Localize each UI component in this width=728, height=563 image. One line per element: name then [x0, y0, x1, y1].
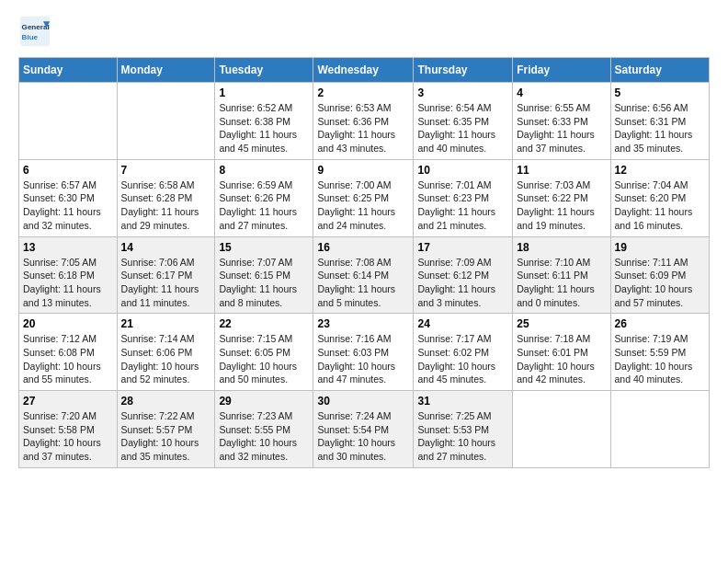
day-number: 6	[23, 164, 113, 177]
calendar-cell: 13Sunrise: 7:05 AM Sunset: 6:18 PM Dayli…	[19, 236, 118, 314]
calendar-cell	[513, 391, 610, 468]
calendar-cell: 23Sunrise: 7:16 AM Sunset: 6:03 PM Dayli…	[313, 314, 414, 391]
logo: General Blue	[18, 15, 55, 48]
calendar-cell: 25Sunrise: 7:18 AM Sunset: 6:01 PM Dayli…	[513, 314, 610, 391]
day-info: Sunrise: 7:07 AM Sunset: 6:15 PM Dayligh…	[219, 256, 309, 310]
svg-text:Blue: Blue	[22, 33, 39, 41]
calendar-week-row: 6Sunrise: 6:57 AM Sunset: 6:30 PM Daylig…	[19, 159, 710, 236]
day-info: Sunrise: 7:05 AM Sunset: 6:18 PM Dayligh…	[23, 256, 113, 310]
day-info: Sunrise: 6:59 AM Sunset: 6:26 PM Dayligh…	[219, 178, 309, 233]
weekday-header: Tuesday	[215, 58, 313, 83]
calendar-week-row: 13Sunrise: 7:05 AM Sunset: 6:18 PM Dayli…	[19, 236, 710, 314]
day-info: Sunrise: 7:23 AM Sunset: 5:55 PM Dayligh…	[219, 409, 309, 464]
day-info: Sunrise: 7:03 AM Sunset: 6:22 PM Dayligh…	[517, 178, 606, 233]
day-info: Sunrise: 6:52 AM Sunset: 6:38 PM Dayligh…	[219, 101, 309, 155]
day-number: 21	[121, 317, 211, 330]
calendar-cell: 16Sunrise: 7:08 AM Sunset: 6:14 PM Dayli…	[313, 236, 414, 314]
calendar-cell: 2Sunrise: 6:53 AM Sunset: 6:36 PM Daylig…	[313, 83, 414, 160]
day-number: 4	[517, 86, 606, 99]
day-info: Sunrise: 7:09 AM Sunset: 6:12 PM Dayligh…	[417, 256, 508, 310]
day-info: Sunrise: 6:57 AM Sunset: 6:30 PM Dayligh…	[23, 178, 113, 233]
day-number: 31	[417, 395, 508, 408]
page: General Blue SundayMondayTuesdayWednesda…	[0, 0, 728, 483]
day-info: Sunrise: 6:55 AM Sunset: 6:33 PM Dayligh…	[517, 101, 606, 155]
day-number: 3	[417, 86, 508, 99]
day-info: Sunrise: 6:54 AM Sunset: 6:35 PM Dayligh…	[417, 101, 508, 155]
day-number: 22	[219, 317, 309, 330]
calendar-cell: 21Sunrise: 7:14 AM Sunset: 6:06 PM Dayli…	[117, 314, 215, 391]
calendar-week-row: 1Sunrise: 6:52 AM Sunset: 6:38 PM Daylig…	[19, 83, 710, 160]
calendar-cell: 11Sunrise: 7:03 AM Sunset: 6:22 PM Dayli…	[513, 159, 610, 236]
calendar-cell: 9Sunrise: 7:00 AM Sunset: 6:25 PM Daylig…	[313, 159, 414, 236]
day-info: Sunrise: 7:18 AM Sunset: 6:01 PM Dayligh…	[517, 332, 606, 386]
calendar-week-row: 27Sunrise: 7:20 AM Sunset: 5:58 PM Dayli…	[19, 391, 710, 468]
day-number: 1	[219, 86, 309, 99]
weekday-header: Friday	[513, 58, 610, 83]
day-number: 7	[121, 164, 211, 177]
day-info: Sunrise: 7:16 AM Sunset: 6:03 PM Dayligh…	[317, 332, 409, 386]
day-number: 14	[121, 241, 211, 254]
weekday-header: Saturday	[610, 58, 709, 83]
calendar-cell: 10Sunrise: 7:01 AM Sunset: 6:23 PM Dayli…	[414, 159, 513, 236]
calendar-cell: 19Sunrise: 7:11 AM Sunset: 6:09 PM Dayli…	[610, 236, 709, 314]
calendar-cell: 30Sunrise: 7:24 AM Sunset: 5:54 PM Dayli…	[313, 391, 414, 468]
day-info: Sunrise: 7:11 AM Sunset: 6:09 PM Dayligh…	[615, 256, 705, 310]
calendar-cell: 20Sunrise: 7:12 AM Sunset: 6:08 PM Dayli…	[19, 314, 118, 391]
calendar-cell: 15Sunrise: 7:07 AM Sunset: 6:15 PM Dayli…	[215, 236, 313, 314]
day-number: 30	[317, 395, 409, 408]
calendar-cell: 3Sunrise: 6:54 AM Sunset: 6:35 PM Daylig…	[414, 83, 513, 160]
day-info: Sunrise: 7:15 AM Sunset: 6:05 PM Dayligh…	[219, 332, 309, 386]
calendar-cell: 18Sunrise: 7:10 AM Sunset: 6:11 PM Dayli…	[513, 236, 610, 314]
day-info: Sunrise: 7:12 AM Sunset: 6:08 PM Dayligh…	[23, 332, 113, 386]
day-info: Sunrise: 7:08 AM Sunset: 6:14 PM Dayligh…	[317, 256, 409, 310]
day-number: 19	[615, 241, 705, 254]
calendar: SundayMondayTuesdayWednesdayThursdayFrid…	[18, 57, 710, 468]
calendar-cell: 6Sunrise: 6:57 AM Sunset: 6:30 PM Daylig…	[19, 159, 118, 236]
day-number: 27	[23, 395, 113, 408]
day-number: 26	[615, 317, 705, 330]
day-info: Sunrise: 7:25 AM Sunset: 5:53 PM Dayligh…	[417, 409, 508, 464]
day-info: Sunrise: 7:19 AM Sunset: 5:59 PM Dayligh…	[615, 332, 705, 386]
calendar-cell	[19, 83, 118, 160]
calendar-week-row: 20Sunrise: 7:12 AM Sunset: 6:08 PM Dayli…	[19, 314, 710, 391]
day-info: Sunrise: 7:10 AM Sunset: 6:11 PM Dayligh…	[517, 256, 606, 310]
day-info: Sunrise: 6:58 AM Sunset: 6:28 PM Dayligh…	[121, 178, 211, 233]
calendar-cell: 31Sunrise: 7:25 AM Sunset: 5:53 PM Dayli…	[414, 391, 513, 468]
day-number: 9	[317, 164, 409, 177]
calendar-cell: 26Sunrise: 7:19 AM Sunset: 5:59 PM Dayli…	[610, 314, 709, 391]
header: General Blue	[18, 15, 710, 48]
day-info: Sunrise: 7:22 AM Sunset: 5:57 PM Dayligh…	[121, 409, 211, 464]
logo-icon: General Blue	[18, 15, 51, 48]
day-number: 2	[317, 86, 409, 99]
calendar-cell: 5Sunrise: 6:56 AM Sunset: 6:31 PM Daylig…	[610, 83, 709, 160]
day-number: 11	[517, 164, 606, 177]
calendar-cell: 12Sunrise: 7:04 AM Sunset: 6:20 PM Dayli…	[610, 159, 709, 236]
weekday-header: Wednesday	[313, 58, 414, 83]
calendar-cell: 1Sunrise: 6:52 AM Sunset: 6:38 PM Daylig…	[215, 83, 313, 160]
day-info: Sunrise: 7:24 AM Sunset: 5:54 PM Dayligh…	[317, 409, 409, 464]
day-info: Sunrise: 7:14 AM Sunset: 6:06 PM Dayligh…	[121, 332, 211, 386]
day-info: Sunrise: 6:53 AM Sunset: 6:36 PM Dayligh…	[317, 101, 409, 155]
day-info: Sunrise: 7:00 AM Sunset: 6:25 PM Dayligh…	[317, 178, 409, 233]
day-info: Sunrise: 7:06 AM Sunset: 6:17 PM Dayligh…	[121, 256, 211, 310]
calendar-cell: 28Sunrise: 7:22 AM Sunset: 5:57 PM Dayli…	[117, 391, 215, 468]
weekday-header: Sunday	[19, 58, 118, 83]
day-number: 17	[417, 241, 508, 254]
day-number: 10	[417, 164, 508, 177]
day-number: 28	[121, 395, 211, 408]
calendar-cell	[610, 391, 709, 468]
weekday-header: Monday	[117, 58, 215, 83]
weekday-header: Thursday	[414, 58, 513, 83]
calendar-cell: 17Sunrise: 7:09 AM Sunset: 6:12 PM Dayli…	[414, 236, 513, 314]
day-info: Sunrise: 7:01 AM Sunset: 6:23 PM Dayligh…	[417, 178, 508, 233]
calendar-cell: 22Sunrise: 7:15 AM Sunset: 6:05 PM Dayli…	[215, 314, 313, 391]
day-number: 12	[615, 164, 705, 177]
day-info: Sunrise: 7:17 AM Sunset: 6:02 PM Dayligh…	[417, 332, 508, 386]
day-number: 13	[23, 241, 113, 254]
day-number: 24	[417, 317, 508, 330]
calendar-cell: 27Sunrise: 7:20 AM Sunset: 5:58 PM Dayli…	[19, 391, 118, 468]
day-number: 16	[317, 241, 409, 254]
calendar-cell: 29Sunrise: 7:23 AM Sunset: 5:55 PM Dayli…	[215, 391, 313, 468]
calendar-cell: 8Sunrise: 6:59 AM Sunset: 6:26 PM Daylig…	[215, 159, 313, 236]
day-info: Sunrise: 6:56 AM Sunset: 6:31 PM Dayligh…	[615, 101, 705, 155]
